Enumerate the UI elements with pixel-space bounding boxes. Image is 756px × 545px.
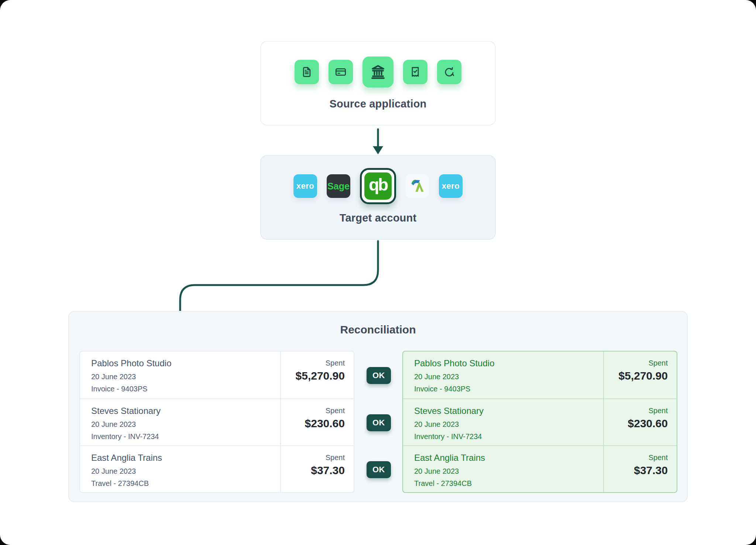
sync-icon-glyph (443, 66, 455, 78)
table-row: Pablos Photo Studio 20 June 2023 Invoice… (403, 352, 677, 398)
txn-ref: Invoice - 9403PS (414, 384, 603, 393)
txn-amount-cell: Spent $37.30 (280, 446, 354, 492)
txn-amount: $37.30 (281, 464, 345, 477)
target-app-row: xero Sage qb xero (293, 168, 463, 204)
xero-logo[interactable]: xero (293, 174, 317, 198)
spent-label: Spent (604, 453, 668, 462)
page: Source application xero Sage qb xero Tar (0, 0, 756, 545)
freeagent-logo[interactable] (406, 174, 429, 198)
target-account-card: xero Sage qb xero Target account (260, 155, 496, 240)
txn-ref: Invoice - 9403PS (91, 384, 280, 393)
document-icon[interactable] (295, 60, 319, 84)
table-row: Steves Stationary 20 June 2023 Inventory… (80, 398, 354, 445)
source-icon-row (295, 54, 461, 90)
receipt-check-icon-glyph (409, 66, 421, 78)
txn-date: 20 June 2023 (414, 372, 603, 381)
txn-ref: Inventory - INV-7234 (414, 432, 603, 441)
txn-amount-cell: Spent $37.30 (603, 446, 677, 492)
down-arrow-icon (371, 128, 385, 156)
target-card-label: Target account (340, 212, 417, 224)
txn-date: 20 June 2023 (414, 467, 603, 476)
txn-amount: $230.60 (281, 417, 345, 430)
xero-logo[interactable]: xero (439, 174, 463, 198)
quickbooks-logo-selected[interactable]: qb (360, 168, 396, 204)
source-application-card: Source application (260, 41, 496, 126)
txn-name: East Anglia Trains (91, 452, 280, 463)
txn-details: East Anglia Trains 20 June 2023 Travel -… (403, 446, 603, 492)
txn-amount: $230.60 (604, 417, 668, 430)
txn-ref: Travel - 27394CB (414, 479, 603, 488)
txn-name: Pablos Photo Studio (414, 358, 603, 369)
txn-date: 20 June 2023 (91, 420, 280, 429)
txn-name: East Anglia Trains (414, 452, 603, 463)
spent-label: Spent (604, 359, 668, 367)
txn-name: Pablos Photo Studio (91, 358, 280, 369)
document-icon-glyph (301, 66, 313, 78)
txn-amount-cell: Spent $5,270.90 (280, 352, 354, 398)
txn-details: Steves Stationary 20 June 2023 Inventory… (80, 399, 280, 445)
freeagent-icon (409, 178, 426, 194)
txn-details: Steves Stationary 20 June 2023 Inventory… (403, 399, 603, 445)
quickbooks-qb-glyph: qb (364, 172, 392, 200)
txn-ref: Inventory - INV-7234 (91, 432, 280, 441)
txn-amount-cell: Spent $5,270.90 (603, 352, 677, 398)
spent-label: Spent (604, 407, 668, 415)
bank-icon[interactable] (362, 56, 394, 88)
spent-label: Spent (281, 453, 345, 462)
txn-details: Pablos Photo Studio 20 June 2023 Invoice… (80, 352, 280, 398)
bank-icon-glyph (370, 64, 386, 80)
sync-icon[interactable] (437, 60, 461, 84)
txn-date: 20 June 2023 (414, 420, 603, 429)
txn-amount: $37.30 (604, 464, 668, 477)
txn-name: Steves Stationary (91, 405, 280, 417)
ok-button[interactable]: OK (367, 461, 391, 478)
txn-details: East Anglia Trains 20 June 2023 Travel -… (80, 446, 280, 492)
ok-button[interactable]: OK (367, 367, 391, 384)
target-transactions-table: Pablos Photo Studio 20 June 2023 Invoice… (402, 351, 677, 493)
source-transactions-table: Pablos Photo Studio 20 June 2023 Invoice… (79, 351, 354, 493)
panel-title: Reconciliation (69, 323, 687, 336)
txn-date: 20 June 2023 (91, 372, 280, 381)
credit-card-icon-glyph (335, 66, 347, 78)
txn-amount-cell: Spent $230.60 (603, 399, 677, 445)
table-row: Steves Stationary 20 June 2023 Inventory… (403, 398, 677, 445)
txn-date: 20 June 2023 (91, 467, 280, 476)
credit-card-icon[interactable] (329, 60, 353, 84)
source-card-label: Source application (329, 98, 426, 110)
ok-button[interactable]: OK (367, 414, 391, 431)
txn-name: Steves Stationary (414, 405, 603, 417)
sage-logo[interactable]: Sage (327, 174, 350, 198)
table-row: East Anglia Trains 20 June 2023 Travel -… (403, 445, 677, 492)
spent-label: Spent (281, 359, 345, 367)
spent-label: Spent (281, 407, 345, 415)
txn-amount-cell: Spent $230.60 (280, 399, 354, 445)
txn-amount: $5,270.90 (281, 370, 345, 382)
txn-details: Pablos Photo Studio 20 June 2023 Invoice… (403, 352, 603, 398)
table-row: East Anglia Trains 20 June 2023 Travel -… (80, 445, 354, 492)
txn-amount: $5,270.90 (604, 370, 668, 382)
reconciliation-panel: Reconciliation Pablos Photo Studio 20 Ju… (68, 311, 688, 502)
txn-ref: Travel - 27394CB (91, 479, 280, 488)
receipt-check-icon[interactable] (403, 60, 427, 84)
table-row: Pablos Photo Studio 20 June 2023 Invoice… (80, 352, 354, 398)
